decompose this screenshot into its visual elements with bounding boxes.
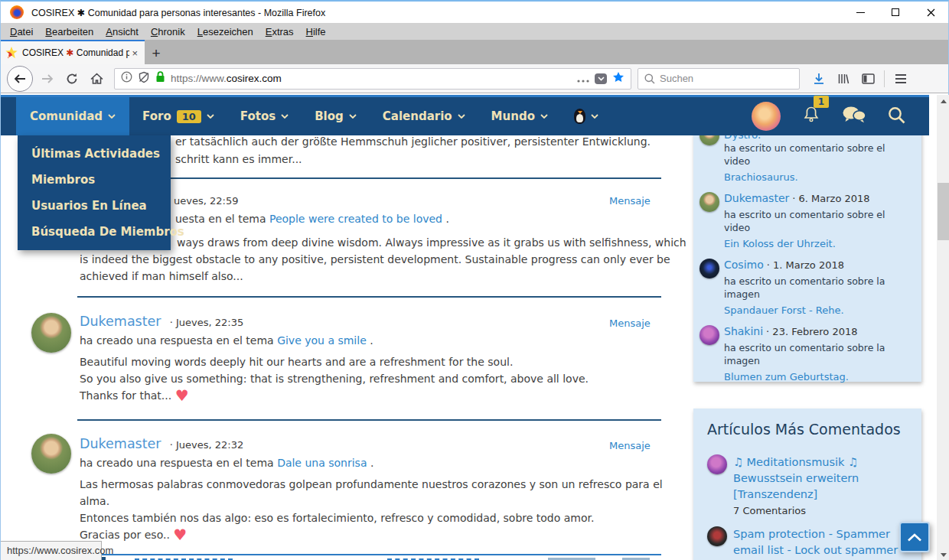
forward-button[interactable] [36, 67, 59, 90]
scrollbar-thumb[interactable] [938, 183, 949, 240]
dropdown-miembros[interactable]: Miembros [18, 167, 171, 193]
activity-topic-link[interactable]: Brachiosaurus. [724, 171, 798, 183]
bookmark-star-icon[interactable] [612, 71, 625, 86]
new-tab-button[interactable]: + [145, 43, 168, 64]
home-button[interactable] [85, 67, 108, 90]
chevron-down-icon [108, 114, 116, 119]
section-divider [77, 554, 661, 555]
https-lock-icon[interactable] [155, 71, 165, 86]
page-info-icon[interactable] [121, 71, 132, 86]
back-button[interactable] [7, 66, 33, 92]
article-item: Spam protection - Spammer email list - L… [707, 526, 911, 560]
user-avatar[interactable] [707, 526, 727, 546]
topic-link[interactable]: Dale una sonrisa [277, 457, 367, 469]
site-search-icon[interactable] [887, 106, 906, 128]
maximize-button[interactable] [878, 2, 913, 23]
activity-topic-link[interactable]: Spandauer Forst - Rehe. [724, 304, 844, 316]
nav-language[interactable] [561, 97, 611, 135]
chevron-down-icon [591, 114, 598, 119]
active-tab[interactable]: 1 COSIREX ✱ Comunidad para p × [1, 40, 145, 64]
page-actions-icon[interactable] [577, 72, 589, 86]
messages-chat-icon[interactable] [842, 106, 866, 127]
profile-avatar[interactable] [752, 102, 781, 131]
menu-ansicht[interactable]: Ansicht [99, 24, 145, 39]
foro-count-badge: 10 [177, 110, 201, 123]
close-window-button[interactable] [913, 2, 948, 23]
hamburger-menu-icon[interactable] [889, 67, 912, 90]
notifications-bell-icon[interactable]: 1 [801, 105, 821, 128]
url-text[interactable]: https://www.cosirex.com [171, 73, 282, 84]
status-url-tooltip: https://www.cosirex.com [1, 541, 102, 560]
activity-topic-link[interactable]: Ein Koloss der Uhrzeit. [724, 238, 836, 249]
most-commented-panel: Artículos Más Comentados ♫ Meditationsmu… [693, 409, 921, 560]
heart-icon: ♥ [173, 526, 187, 544]
sidebars-icon[interactable] [856, 67, 879, 90]
scrollbar-up-arrow[interactable] [937, 95, 949, 108]
user-avatar[interactable] [700, 259, 719, 278]
post-time: ueves, 22:59 [174, 195, 238, 207]
nav-mundo[interactable]: Mundo [478, 97, 561, 135]
activity-user-link[interactable]: Dukemaster [724, 192, 789, 204]
menu-bearbeiten[interactable]: Bearbeiten [39, 24, 99, 39]
mensaje-link[interactable]: Mensaje [609, 440, 651, 451]
topic-link[interactable]: People were created to be loved [269, 213, 442, 225]
url-bar[interactable]: https://www.cosirex.com [114, 68, 631, 90]
menu-lesezeichen[interactable]: Lesezeichen [191, 24, 259, 39]
browser-window: COSIREX ✱ Comunidad para personas intere… [0, 0, 949, 560]
mensaje-link[interactable]: Mensaje [609, 195, 651, 207]
article-item: ♫ Meditationsmusik ♫ Bewusstsein erweite… [707, 454, 911, 516]
nav-blog[interactable]: Blog [302, 97, 370, 135]
dropdown-ultimas-actividades[interactable]: Últimas Actividades [18, 141, 171, 167]
chevron-down-icon [349, 114, 357, 119]
library-icon[interactable] [832, 67, 855, 90]
dropdown-usuarios-en-linea[interactable]: Usuarios En Línea [18, 193, 171, 219]
reload-button[interactable] [60, 67, 83, 90]
menu-extras[interactable]: Extras [259, 24, 300, 39]
post-divider [77, 419, 661, 421]
tab-close-icon[interactable]: × [129, 47, 140, 59]
minimize-button[interactable] [843, 2, 878, 23]
user-avatar[interactable] [707, 454, 727, 474]
post-time: · Jueves, 22:32 [170, 439, 244, 451]
menu-datei[interactable]: Datei [4, 24, 39, 39]
user-avatar[interactable] [700, 325, 719, 345]
chevron-down-icon [207, 114, 214, 119]
search-box[interactable] [638, 68, 800, 90]
tab-title: COSIREX ✱ Comunidad para p [22, 47, 129, 58]
scrollbar-down-arrow[interactable] [937, 549, 949, 560]
scroll-to-top-button[interactable] [899, 522, 930, 552]
post-body: Beautiful moving words deeply hit our he… [80, 353, 678, 404]
mensaje-link[interactable]: Mensaje [609, 317, 651, 329]
heart-icon: ♥ [175, 386, 189, 405]
nav-calendario[interactable]: Calendario [370, 97, 478, 135]
menu-chronik[interactable]: Chronik [145, 24, 191, 39]
penguin-icon [574, 109, 585, 124]
pocket-icon[interactable] [595, 73, 607, 84]
nav-comunidad[interactable]: Comunidad [16, 97, 129, 135]
tracking-protection-icon[interactable] [138, 71, 150, 86]
nav-foro[interactable]: Foro 10 [129, 97, 227, 135]
post-divider [77, 296, 661, 298]
user-avatar[interactable] [700, 192, 719, 212]
activity-item: Dukemaster · 6. Marzo 2018 ha escrito un… [700, 192, 914, 250]
activity-user-link[interactable]: Cosimo [724, 259, 764, 271]
user-avatar[interactable] [31, 434, 71, 474]
toolbar-separator [884, 70, 885, 87]
activity-topic-link[interactable]: Blumen zum Geburtstag. [724, 371, 849, 383]
search-icon [644, 73, 655, 84]
menu-hilfe[interactable]: Hilfe [300, 24, 332, 39]
author-link[interactable]: Dukemaster [80, 436, 161, 451]
topic-link[interactable]: Give you a smile [277, 334, 367, 347]
site-favicon-icon: 1 [5, 47, 18, 59]
nav-fotos[interactable]: Fotos [227, 97, 302, 135]
user-avatar[interactable] [31, 313, 71, 353]
author-link[interactable]: Dukemaster [80, 314, 161, 329]
browser-search-input[interactable] [660, 73, 775, 84]
article-link[interactable]: ♫ Meditationsmusik ♫ Bewusstsein erweite… [733, 454, 911, 503]
downloads-icon[interactable] [807, 67, 830, 90]
article-link[interactable]: Spam protection - Spammer email list - L… [733, 526, 911, 560]
page-scrollbar[interactable] [937, 95, 949, 560]
activity-item: Shakini · 23. Febrero 2018 ha escrito un… [700, 325, 914, 383]
dropdown-busqueda-de-miembros[interactable]: Búsqueda De Miembros [18, 219, 171, 245]
activity-user-link[interactable]: Shakini [724, 325, 763, 337]
